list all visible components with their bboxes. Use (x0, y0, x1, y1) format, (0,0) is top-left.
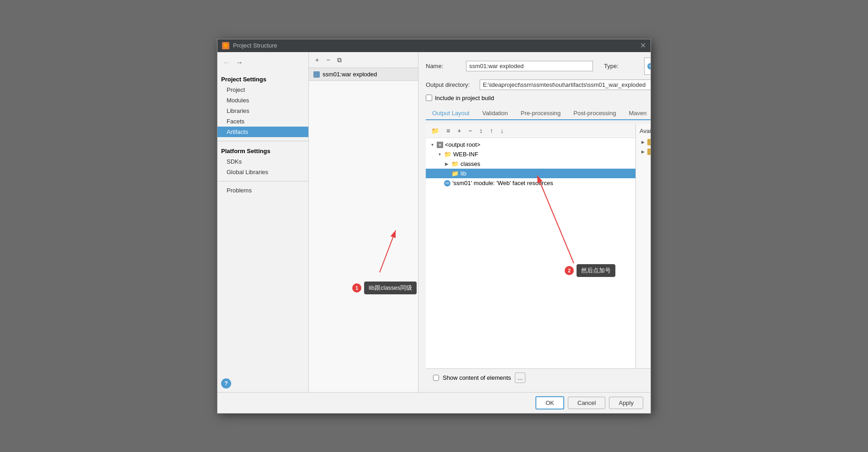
expand-icon (444, 171, 450, 176)
folder-icon: 📁 (451, 160, 459, 167)
output-dir-label: Output directory: (426, 81, 476, 88)
output-dir-row: Output directory: 📂 (426, 80, 651, 90)
module-web-icon: W (444, 180, 450, 186)
expand-icon: ▶ (641, 149, 645, 154)
tab-post-processing[interactable]: Post-processing (567, 107, 622, 120)
include-in-build-row: Include in project build (426, 95, 651, 101)
available-item-ssmtest[interactable]: ▶ ssmtest (640, 147, 651, 157)
tree-item-label: WEB-INF (453, 151, 478, 158)
platform-settings-section: Platform Settings (217, 146, 308, 156)
add-artifact-button[interactable]: + (312, 55, 322, 65)
show-content-checkbox[interactable] (433, 375, 439, 381)
tab-output-layout[interactable]: Output Layout (426, 107, 476, 120)
artifact-name: ssm01:war exploded (323, 71, 377, 78)
tree-item-lib[interactable]: 📁 lib (426, 169, 635, 178)
output-root-icon: ◈ (437, 142, 443, 148)
expand-icon: ▶ (444, 161, 450, 167)
layout-toolbar: 📁 ≡ + − ↕ ↑ ↓ (426, 124, 635, 138)
expand-icon (437, 181, 442, 186)
include-in-build-label: Include in project build (435, 95, 494, 101)
layout-up-btn[interactable]: ↑ (487, 126, 496, 136)
help-button[interactable]: ? (221, 378, 231, 388)
output-dir-input[interactable] (480, 80, 651, 90)
expand-icon: ▾ (437, 152, 442, 157)
tree-item-ssm01-module[interactable]: W 'ssm01' module: 'Web' facet resources (426, 178, 635, 188)
type-select[interactable]: W Web Application: Exploded ▼ (644, 58, 651, 75)
title-bar-left: 🔶 Project Structure (222, 42, 277, 49)
dots-button[interactable]: ... (515, 372, 526, 383)
web-app-icon: W (647, 63, 651, 69)
sidebar: ← → Project Settings Project Modules Lib… (217, 52, 309, 392)
remove-artifact-button[interactable]: − (323, 55, 333, 65)
dialog-title: Project Structure (233, 42, 277, 49)
available-elements-panel: Available Elements ? ▶ ssm01 ▶ (636, 124, 651, 368)
expand-icon: ▶ (641, 140, 645, 144)
sidebar-item-facets[interactable]: Facets (217, 116, 308, 127)
show-content-label: Show content of elements (443, 374, 511, 381)
sidebar-divider-2 (217, 181, 308, 181)
module-folder-icon (647, 149, 651, 155)
main-content: ← → Project Settings Project Modules Lib… (217, 52, 651, 392)
sidebar-bottom: ? (217, 375, 308, 392)
right-panel: Name: Type: W Web Application: Exploded … (418, 52, 651, 392)
config-panel: Name: Type: W Web Application: Exploded … (418, 52, 651, 392)
include-in-build-checkbox[interactable] (426, 95, 432, 101)
ok-button[interactable]: OK (535, 396, 564, 409)
sidebar-item-global-libraries[interactable]: Global Libraries (217, 167, 308, 177)
folder-icon: 📁 (444, 151, 451, 158)
tabs-bar: Output Layout Validation Pre-processing … (426, 107, 651, 120)
name-input[interactable] (466, 61, 593, 71)
layout-down-btn[interactable]: ↓ (498, 126, 507, 136)
close-button[interactable]: ✕ (640, 42, 646, 49)
title-bar: 🔶 Project Structure ✕ (217, 39, 651, 52)
name-label: Name: (426, 63, 462, 69)
tab-maven[interactable]: Maven (622, 107, 651, 120)
sidebar-item-project[interactable]: Project (217, 85, 308, 95)
cancel-button[interactable]: Cancel (568, 397, 605, 409)
layout-tree-panel: 📁 ≡ + − ↕ ↑ ↓ ▾ (426, 124, 636, 368)
sidebar-item-modules[interactable]: Modules (217, 95, 308, 106)
forward-button[interactable]: → (234, 58, 245, 68)
tab-validation[interactable]: Validation (476, 107, 514, 120)
sidebar-item-problems[interactable]: Problems (217, 185, 308, 196)
name-type-row: Name: Type: W Web Application: Exploded … (426, 58, 651, 75)
layout-sort-btn[interactable]: ↕ (477, 126, 486, 136)
artifacts-toolbar: + − ⧉ (309, 52, 418, 69)
expand-icon: ▾ (429, 142, 435, 148)
apply-button[interactable]: Apply (609, 397, 643, 409)
sidebar-nav: ← → (217, 56, 308, 69)
back-button[interactable]: ← (221, 58, 232, 68)
app-icon: 🔶 (222, 42, 229, 49)
copy-artifact-button[interactable]: ⧉ (334, 55, 344, 65)
output-layout-content: 📁 ≡ + − ↕ ↑ ↓ ▾ (426, 124, 651, 368)
artifact-icon (313, 71, 320, 78)
layout-remove-btn[interactable]: − (466, 126, 475, 136)
bottom-row: Show content of elements ... (426, 368, 651, 387)
layout-folder-btn[interactable]: 📁 (429, 126, 442, 136)
layout-bars-btn[interactable]: ≡ (444, 126, 453, 136)
tree-item-output-root[interactable]: ▾ ◈ <output root> (426, 140, 635, 149)
artifacts-list-panel: + − ⧉ ssm01:war exploded (309, 52, 418, 392)
footer: OK Cancel Apply (217, 392, 651, 413)
artifact-item[interactable]: ssm01:war exploded (309, 68, 418, 81)
project-settings-section: Project Settings (217, 74, 308, 85)
layout-add-btn[interactable]: + (455, 126, 464, 136)
tree-item-label: classes (460, 160, 480, 167)
available-elements-title: Available Elements ? (640, 128, 651, 135)
sidebar-item-artifacts[interactable]: Artifacts (217, 127, 308, 137)
type-label: Type: (604, 63, 640, 69)
project-structure-dialog: 🔶 Project Structure ✕ ← → Project Settin… (217, 39, 651, 414)
tree-item-label: 'ssm01' module: 'Web' facet resources (452, 180, 553, 186)
split-container: + − ⧉ ssm01:war exploded Name: Type: (309, 52, 651, 392)
tree-item-classes[interactable]: ▶ 📁 classes (426, 159, 635, 169)
tree-item-label: <output root> (445, 141, 480, 148)
tree-item-label: lib (460, 170, 466, 177)
available-title-label: Available Elements (640, 128, 651, 134)
available-item-ssm01[interactable]: ▶ ssm01 (640, 138, 651, 147)
tab-pre-processing[interactable]: Pre-processing (514, 107, 567, 120)
sidebar-item-libraries[interactable]: Libraries (217, 106, 308, 116)
tree-area: ▾ ◈ <output root> ▾ 📁 WEB-INF (426, 138, 635, 368)
module-folder-icon (647, 139, 651, 145)
sidebar-item-sdks[interactable]: SDKs (217, 156, 308, 167)
tree-item-web-inf[interactable]: ▾ 📁 WEB-INF (426, 149, 635, 159)
